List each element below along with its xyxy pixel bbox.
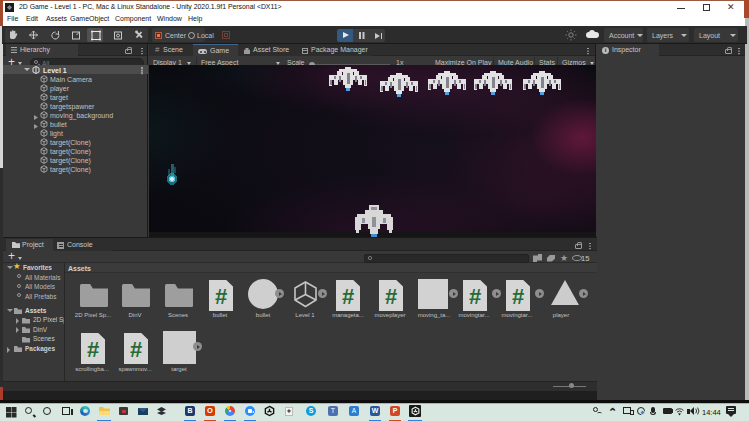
svg-text:player: player bbox=[50, 85, 70, 93]
svg-text:targetspawner: targetspawner bbox=[50, 103, 95, 111]
svg-text:target(Clone): target(Clone) bbox=[50, 139, 91, 147]
svg-text:target(Clone): target(Clone) bbox=[50, 157, 91, 165]
svg-text:bullet: bullet bbox=[50, 121, 67, 128]
svg-text:target: target bbox=[50, 94, 68, 102]
svg-text:Main Camera: Main Camera bbox=[50, 76, 92, 83]
svg-text:target(Clone): target(Clone) bbox=[50, 148, 91, 156]
svg-text:target(Clone): target(Clone) bbox=[50, 166, 91, 174]
svg-text:moving_background: moving_background bbox=[50, 112, 113, 120]
svg-text:light: light bbox=[50, 130, 63, 138]
